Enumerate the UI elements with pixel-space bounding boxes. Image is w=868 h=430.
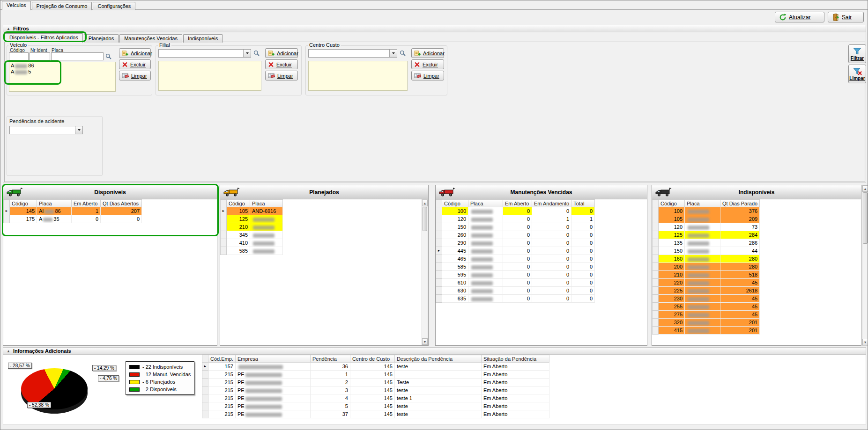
- cell[interactable]: 0: [72, 215, 101, 223]
- table-row[interactable]: 215PE1145Em Aberto: [202, 371, 549, 379]
- table-row[interactable]: ►105AND-6916: [221, 207, 283, 215]
- cell[interactable]: 595: [442, 271, 468, 279]
- cell[interactable]: 0: [532, 287, 571, 295]
- cell[interactable]: 0: [571, 279, 595, 287]
- cell[interactable]: 0: [503, 215, 532, 223]
- placa-input[interactable]: [51, 52, 104, 60]
- cell[interactable]: 2618: [720, 287, 760, 295]
- cell[interactable]: 376: [720, 207, 760, 215]
- column-header[interactable]: Situação da Pendência: [481, 355, 549, 363]
- cell[interactable]: 0: [101, 215, 142, 223]
- cell[interactable]: 157: [208, 363, 236, 371]
- cell[interactable]: 280: [720, 263, 760, 271]
- table-row[interactable]: 150000: [436, 223, 595, 231]
- column-header[interactable]: Qt Dias Parado: [720, 200, 760, 207]
- list-item[interactable]: A86: [11, 63, 114, 69]
- column-header[interactable]: Qt Dias Abertos: [101, 200, 142, 207]
- cell[interactable]: 145: [350, 386, 394, 394]
- scroll-down-button[interactable]: ▼: [862, 339, 868, 345]
- table-row[interactable]: ►445000: [436, 247, 595, 255]
- table-row[interactable]: 27545: [653, 311, 760, 319]
- cell[interactable]: 210: [659, 271, 685, 279]
- cell[interactable]: 0: [503, 295, 532, 303]
- tab-ve-culos[interactable]: Veículos: [2, 1, 31, 10]
- cell[interactable]: 145: [350, 371, 394, 379]
- cell[interactable]: 210: [227, 223, 250, 231]
- table-row[interactable]: 465000: [436, 255, 595, 263]
- table-row[interactable]: 215PE4145teste 1Em Aberto: [202, 394, 549, 402]
- cell[interactable]: 0: [571, 231, 595, 239]
- cell[interactable]: Em Aberto: [481, 410, 549, 418]
- cell[interactable]: 201: [720, 319, 760, 327]
- cell[interactable]: PE: [235, 402, 310, 410]
- cell[interactable]: 320: [659, 319, 685, 327]
- table-row[interactable]: 320201: [653, 319, 760, 327]
- cell[interactable]: 630: [442, 287, 468, 295]
- tab-planejados[interactable]: Planejados: [84, 34, 119, 43]
- cell[interactable]: 0: [571, 271, 595, 279]
- table-row[interactable]: 120011: [436, 215, 595, 223]
- table-row[interactable]: 12073: [653, 223, 760, 231]
- table-row[interactable]: 260000: [436, 231, 595, 239]
- tab-indispon-veis[interactable]: Indisponíveis: [183, 34, 223, 43]
- cell[interactable]: 215: [208, 371, 236, 379]
- column-header[interactable]: Placa: [685, 200, 720, 207]
- cell[interactable]: 1: [532, 215, 571, 223]
- tab-configura-es[interactable]: Configurações: [93, 2, 135, 10]
- veiculo-excluir-button[interactable]: Excluir: [119, 59, 151, 69]
- cell[interactable]: 260: [442, 231, 468, 239]
- cell[interactable]: teste: [394, 386, 481, 394]
- cell[interactable]: teste: [394, 363, 481, 371]
- pendencias-dropdown-button[interactable]: [75, 126, 82, 134]
- cell[interactable]: 215: [208, 379, 236, 386]
- table-row[interactable]: 215PE3145testeEm Aberto: [202, 386, 549, 394]
- cell[interactable]: [250, 215, 283, 223]
- cell[interactable]: 275: [659, 311, 685, 319]
- cell[interactable]: Em Aberto: [481, 371, 549, 379]
- cell[interactable]: 215: [208, 410, 236, 418]
- cell[interactable]: 0: [532, 271, 571, 279]
- planejados-scrollbar[interactable]: ▲ ▼: [422, 199, 428, 345]
- column-header[interactable]: Em Andamento: [532, 200, 571, 207]
- cell[interactable]: 0: [532, 231, 571, 239]
- cell[interactable]: 2: [310, 379, 350, 386]
- cell[interactable]: 4: [310, 394, 350, 402]
- cell[interactable]: 215: [208, 402, 236, 410]
- cell[interactable]: 286: [720, 239, 760, 247]
- cell[interactable]: [685, 231, 720, 239]
- cell[interactable]: 0: [503, 287, 532, 295]
- cell[interactable]: 635: [442, 295, 468, 303]
- table-row[interactable]: 2252618: [653, 287, 760, 295]
- column-header[interactable]: Total: [571, 200, 595, 207]
- cell[interactable]: [685, 239, 720, 247]
- cell[interactable]: [685, 295, 720, 303]
- scroll-up-button[interactable]: ▲: [862, 185, 868, 192]
- table-row[interactable]: ►145AI861207: [4, 207, 142, 215]
- cell[interactable]: 0: [532, 255, 571, 263]
- cell[interactable]: teste 1: [394, 394, 481, 402]
- sair-button[interactable]: Sair: [828, 12, 864, 22]
- cell[interactable]: 209: [720, 215, 760, 223]
- cell[interactable]: Em Aberto: [481, 363, 549, 371]
- cell[interactable]: 0: [532, 295, 571, 303]
- cell[interactable]: 0: [571, 295, 595, 303]
- cell[interactable]: 415: [659, 327, 685, 335]
- column-header[interactable]: Placa: [468, 200, 503, 207]
- centro-custo-adicionar-button[interactable]: Adicionar: [411, 48, 444, 58]
- cell[interactable]: 120: [442, 215, 468, 223]
- veiculo-search-button[interactable]: [105, 53, 111, 61]
- table-row[interactable]: 100376: [653, 207, 760, 215]
- cell[interactable]: AND-6916: [250, 207, 283, 215]
- cell[interactable]: 0: [571, 247, 595, 255]
- cell[interactable]: 345: [227, 231, 250, 239]
- cell[interactable]: [685, 279, 720, 287]
- table-row[interactable]: 105209: [653, 215, 760, 223]
- column-header[interactable]: Código: [659, 200, 685, 207]
- filial-dropdown-button[interactable]: [243, 50, 251, 57]
- centro-custo-combo[interactable]: [308, 49, 397, 58]
- cell[interactable]: [235, 363, 310, 371]
- cell[interactable]: 0: [571, 223, 595, 231]
- cell[interactable]: Em Aberto: [481, 386, 549, 394]
- cell[interactable]: [685, 263, 720, 271]
- cell[interactable]: [468, 263, 503, 271]
